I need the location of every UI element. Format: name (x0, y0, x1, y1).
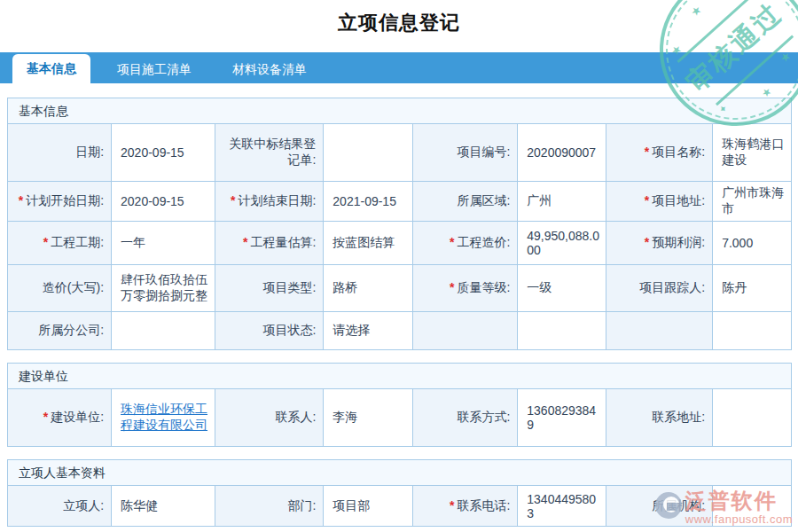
field-value: 项目部 (324, 486, 413, 526)
required-asterisk: * (450, 280, 454, 294)
field-value (713, 311, 791, 349)
page-title: 立项信息登记 (0, 0, 798, 43)
field-value: 广州 (518, 181, 606, 221)
field-value: 陈华健 (112, 486, 215, 526)
field-label: 所属分公司: (8, 311, 112, 349)
field-label: 联系方式: (412, 389, 517, 446)
field-label (606, 311, 713, 349)
required-asterisk: * (243, 235, 247, 249)
section-initiator-info: 立项人基本资料 立项人:陈华健部门:项目部*联系电话:13404495803所属… (7, 459, 792, 527)
field-label: 关联中标结果登记单: (215, 124, 324, 181)
field-label: 立项人: (8, 486, 112, 526)
field-value: 13404495803 (518, 486, 606, 526)
field-label: 联系人: (215, 389, 324, 446)
field-value (518, 311, 606, 349)
section-title: 基本信息 (8, 98, 791, 124)
field-label: *质量等级: (412, 264, 517, 311)
required-asterisk: * (19, 193, 23, 207)
field-value: 2020-09-15 (112, 124, 215, 181)
field-label: 所属区域: (412, 181, 517, 221)
field-label: *项目名称: (606, 124, 713, 181)
field-label: *项目地址: (606, 181, 713, 221)
required-asterisk: * (645, 145, 649, 159)
field-label: 项目跟踪人: (606, 264, 713, 311)
field-value: 广州市珠海市 (713, 181, 791, 221)
field-value: 珠海鹤港口建设 (713, 124, 791, 181)
table-row: 造价(大写):肆仟玖佰玖拾伍万零捌拾捌元整项目类型:路桥*质量等级:一级项目跟踪… (8, 264, 791, 311)
field-label (412, 311, 517, 349)
field-value: 2021-09-15 (324, 181, 413, 221)
required-asterisk: * (645, 235, 649, 249)
field-label: *工程量估算: (215, 221, 324, 264)
field-value: 路桥 (324, 264, 413, 311)
field-value: 一年 (112, 221, 215, 264)
basic-info-table: 日期:2020-09-15关联中标结果登记单:项目编号:2020090007*项… (8, 124, 791, 349)
field-label: *计划结束日期: (215, 181, 324, 221)
field-label: *联系电话: (412, 486, 517, 526)
field-label: 项目状态: (215, 311, 324, 349)
field-value: 陈丹 (713, 264, 791, 311)
section-title: 立项人基本资料 (8, 460, 791, 486)
initiator-info-table: 立项人:陈华健部门:项目部*联系电话:13404495803所属机构: (8, 486, 791, 526)
field-value: 13608293849 (518, 389, 606, 446)
form-content: 基本信息 日期:2020-09-15关联中标结果登记单:项目编号:2020090… (7, 98, 792, 532)
tab-basic-info[interactable]: 基本信息 (12, 54, 90, 83)
field-label: 所属机构: (606, 486, 713, 526)
field-value: 2020-09-15 (112, 181, 215, 221)
field-value: 请选择 (324, 311, 413, 349)
field-label: *预期利润: (606, 221, 713, 264)
field-label: *建设单位: (8, 389, 112, 446)
field-value: 49,950,088.000 (518, 221, 606, 264)
field-label: 联系地址: (606, 389, 713, 446)
section-construction-unit: 建设单位 *建设单位:珠海信业环保工程建设有限公司联系人:李海联系方式:1360… (7, 363, 792, 447)
field-label: 项目类型: (215, 264, 324, 311)
field-value (112, 311, 215, 349)
field-label: *计划开始日期: (8, 181, 112, 221)
required-asterisk: * (450, 498, 454, 512)
field-value (713, 389, 791, 446)
field-label: *工程造价: (412, 221, 517, 264)
tab-project-construction-list[interactable]: 项目施工清单 (103, 56, 206, 83)
required-asterisk: * (231, 193, 235, 207)
field-value: 肆仟玖佰玖拾伍万零捌拾捌元整 (112, 264, 215, 311)
field-value: 一级 (518, 264, 606, 311)
table-row: 日期:2020-09-15关联中标结果登记单:项目编号:2020090007*项… (8, 124, 791, 181)
field-label: 部门: (215, 486, 324, 526)
section-basic-info: 基本信息 日期:2020-09-15关联中标结果登记单:项目编号:2020090… (7, 98, 792, 350)
tab-material-equipment-list[interactable]: 材料设备清单 (218, 56, 321, 83)
field-label: *工程工期: (8, 221, 112, 264)
field-label: 日期: (8, 124, 112, 181)
table-row: 立项人:陈华健部门:项目部*联系电话:13404495803所属机构: (8, 486, 791, 526)
table-row: 所属分公司:项目状态:请选择 (8, 311, 791, 349)
field-label: 项目编号: (412, 124, 517, 181)
table-row: *计划开始日期:2020-09-15*计划结束日期:2021-09-15所属区域… (8, 181, 791, 221)
field-value: 按蓝图结算 (324, 221, 413, 264)
field-value (324, 124, 413, 181)
required-asterisk: * (450, 235, 454, 249)
field-value (713, 486, 791, 526)
required-asterisk: * (43, 410, 48, 424)
section-title: 建设单位 (8, 364, 791, 389)
field-value: 2020090007 (518, 124, 606, 181)
construction-unit-table: *建设单位:珠海信业环保工程建设有限公司联系人:李海联系方式:136082938… (8, 389, 791, 446)
field-value: 李海 (324, 389, 413, 446)
table-row: *工程工期:一年*工程量估算:按蓝图结算*工程造价:49,950,088.000… (8, 221, 791, 264)
required-asterisk: * (43, 235, 48, 249)
field-label: 造价(大写): (8, 264, 112, 311)
field-value: 珠海信业环保工程建设有限公司 (112, 389, 215, 446)
required-asterisk: * (645, 193, 649, 207)
construction-unit-link[interactable]: 珠海信业环保工程建设有限公司 (121, 402, 207, 432)
field-value: 7.000 (713, 221, 791, 264)
tab-bar: 基本信息 项目施工清单 材料设备清单 (0, 52, 798, 83)
table-row: *建设单位:珠海信业环保工程建设有限公司联系人:李海联系方式:136082938… (8, 389, 791, 446)
